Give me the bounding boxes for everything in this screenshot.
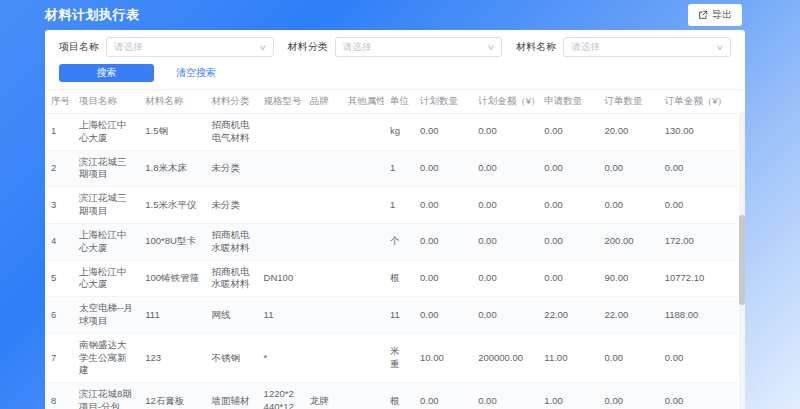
table-cell: 招商机电 电气材料 [205,114,257,151]
table-cell: 2 [45,150,73,187]
table-row[interactable]: 2滨江花城三期项目1.8米木床未分类10.000.000.000.000.00 [45,150,737,187]
table-cell: 22.00 [538,297,598,334]
table-cell: 1220*2440*12 [258,383,304,409]
table-cell: 12石膏板 [139,383,205,409]
table-row[interactable]: 7南钢盛达大学生公寓新建123不锈钢*米重10.00200000.0011.00… [45,333,737,382]
table-row[interactable]: 5上海松江中心大厦100铸铁管箍招商机电 水暖材料DN100根0.000.000… [45,260,737,297]
table-row[interactable]: 4上海松江中心大厦100*8U型卡招商机电 水暖材料个0.000.000.002… [45,223,737,260]
table-row[interactable]: 3滨江花城三期项目1.5米水平仪未分类10.000.000.000.000.00 [45,187,737,224]
table-cell: 米重 [384,333,414,382]
table-cell [258,223,304,260]
table-cell: 0.00 [414,223,472,260]
table-cell: 0.00 [659,187,737,224]
table-cell: 123 [139,333,205,382]
table-cell [304,297,342,334]
table-cell: 太空电梯--月球项目 [73,297,139,334]
table-cell: 1.5米水平仪 [139,187,205,224]
table-cell [342,114,384,151]
table-cell: 0.00 [599,187,659,224]
table-cell [304,333,342,382]
table-cell [304,187,342,224]
column-header: 计划金额（¥） [472,90,538,114]
clear-search-link[interactable]: 清空搜索 [176,66,216,80]
table-cell [258,187,304,224]
table-cell: 200000.00 [472,333,538,382]
table-cell: 11 [258,297,304,334]
column-header: 其他属性 [342,90,384,114]
table-cell: 8 [45,383,73,409]
table-cell: 0.00 [599,150,659,187]
table-cell: 1188.00 [659,297,737,334]
table-cell: 墙面辅材 [205,383,257,409]
table-row[interactable]: 8滨江花城8期项目-分包12石膏板墙面辅材1220*2440*12龙牌根0.00… [45,383,737,409]
table-header-row: 序号项目名称材料名称材料分类规格型号品牌其他属性单位计划数量计划金额（¥）申请数… [45,90,737,114]
table-cell: 招商机电 水暖材料 [205,260,257,297]
table-cell: 0.00 [538,187,598,224]
table-cell: 11.00 [538,333,598,382]
top-header-bar: 材料计划执行表 导出 [0,0,800,30]
vertical-scrollbar[interactable] [739,112,745,409]
table-cell: 0.00 [538,114,598,151]
table-cell: DN100 [258,260,304,297]
table-cell: 1.00 [538,383,598,409]
table-cell: kg [384,114,414,151]
column-header: 计划数量 [414,90,472,114]
table-row[interactable]: 1上海松江中心大厦1.5钢招商机电 电气材料kg0.000.000.0020.0… [45,114,737,151]
table-cell: 0.00 [659,383,737,409]
column-header: 订单金额（¥） [659,90,737,114]
column-header: 项目名称 [73,90,139,114]
table-cell: 0.00 [472,187,538,224]
filter-row: 项目名称请选择∨材料分类请选择∨材料名称请选择∨ [59,37,731,57]
table-cell [342,297,384,334]
filter-label: 材料分类 [288,40,328,54]
table-cell [304,114,342,151]
table-cell: 根 [384,383,414,409]
table-cell [304,223,342,260]
table-cell: 不锈钢 [205,333,257,382]
table-row[interactable]: 6太空电梯--月球项目111网线11110.000.0022.0022.0011… [45,297,737,334]
filter-select-2[interactable]: 请选择∨ [563,37,731,57]
select-placeholder: 请选择 [114,41,143,54]
table-cell: 0.00 [599,383,659,409]
filter-group: 材料名称请选择∨ [516,37,731,57]
table-cell: 滨江花城三期项目 [73,187,139,224]
table-cell: 滨江花城三期项目 [73,150,139,187]
table-cell: 1.8米木床 [139,150,205,187]
export-button-label: 导出 [712,8,732,22]
vertical-scrollbar-thumb[interactable] [739,215,745,305]
column-header: 材料名称 [139,90,205,114]
column-header: 规格型号 [258,90,304,114]
table-cell: 111 [139,297,205,334]
table-cell [258,150,304,187]
filter-select-1[interactable]: 请选择∨ [335,37,503,57]
table-cell: 未分类 [205,187,257,224]
chevron-down-icon: ∨ [259,43,267,52]
search-button[interactable]: 搜索 [59,64,154,82]
export-button[interactable]: 导出 [688,4,742,26]
table-cell [304,260,342,297]
table-cell: 100铸铁管箍 [139,260,205,297]
filter-label: 项目名称 [59,40,99,54]
table-body: 1上海松江中心大厦1.5钢招商机电 电气材料kg0.000.000.0020.0… [45,114,737,409]
table-cell: 0.00 [472,260,538,297]
table-cell [342,187,384,224]
table-cell: 22.00 [599,297,659,334]
page-title: 材料计划执行表 [45,6,140,24]
filter-panel: 项目名称请选择∨材料分类请选择∨材料名称请选择∨ 搜索 清空搜索 [45,30,745,90]
table-cell: 10.00 [414,333,472,382]
table-cell: 0.00 [538,223,598,260]
table-cell: 7 [45,333,73,382]
table-cell: 根 [384,260,414,297]
table-cell: 11 [384,297,414,334]
table-cell: 100*8U型卡 [139,223,205,260]
table-cell: 0.00 [659,150,737,187]
table-cell: 未分类 [205,150,257,187]
table-cell: 0.00 [414,297,472,334]
column-header: 品牌 [304,90,342,114]
table-cell: 20.00 [599,114,659,151]
table-cell [304,150,342,187]
table-cell [342,333,384,382]
table-cell [342,223,384,260]
table-cell: 招商机电 水暖材料 [205,223,257,260]
filter-select-0[interactable]: 请选择∨ [106,37,274,57]
